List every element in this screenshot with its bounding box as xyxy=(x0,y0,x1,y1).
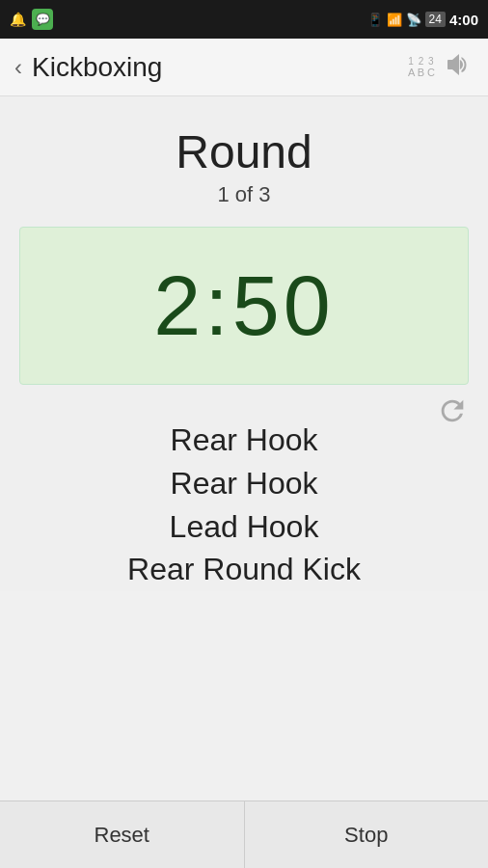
list-item: Lead Hook xyxy=(0,505,488,549)
status-bar-left: 🔔 💬 xyxy=(10,9,53,30)
bell-icon: 🔔 xyxy=(10,12,26,27)
round-label: Round xyxy=(176,125,312,178)
combo-section: Rear HookRear HookLead HookRear Round Ki… xyxy=(0,385,488,591)
list-item: Rear Hook xyxy=(0,419,488,462)
list-item: Rear Round Kick xyxy=(0,548,488,591)
stop-button[interactable]: Stop xyxy=(245,801,489,868)
list-item: Rear Hook xyxy=(0,462,488,505)
status-bar: 🔔 💬 📱 📶 📡 24 4:00 xyxy=(0,0,488,39)
phone-icon: 📱 xyxy=(367,13,383,27)
keyboard-icon[interactable]: 1 2 3 A B C xyxy=(408,56,435,78)
battery-level: 24 xyxy=(425,12,446,27)
message-icon: 💬 xyxy=(32,9,53,30)
combo-list: Rear HookRear HookLead HookRear Round Ki… xyxy=(0,419,488,591)
page-title: Kickboxing xyxy=(32,52,408,83)
reset-button[interactable]: Reset xyxy=(0,801,245,868)
main-content: Round 1 of 3 2:50 Rear HookRear HookLead… xyxy=(0,96,488,591)
status-time: 4:00 xyxy=(449,12,478,28)
speaker-icon[interactable] xyxy=(445,53,474,82)
bottom-bar: Reset Stop xyxy=(0,800,488,868)
refresh-icon[interactable] xyxy=(436,394,469,434)
timer-container: 2:50 xyxy=(19,227,469,385)
round-count: 1 of 3 xyxy=(217,182,270,207)
status-bar-right: 📱 📶 📡 24 4:00 xyxy=(367,12,478,28)
timer-value: 2:50 xyxy=(153,257,334,355)
nav-bar: ‹ Kickboxing 1 2 3 A B C xyxy=(0,39,488,96)
signal-icon: 📡 xyxy=(406,13,421,27)
nav-icons: 1 2 3 A B C xyxy=(408,53,474,82)
wifi-icon: 📶 xyxy=(387,13,402,27)
back-button[interactable]: ‹ xyxy=(14,54,22,81)
